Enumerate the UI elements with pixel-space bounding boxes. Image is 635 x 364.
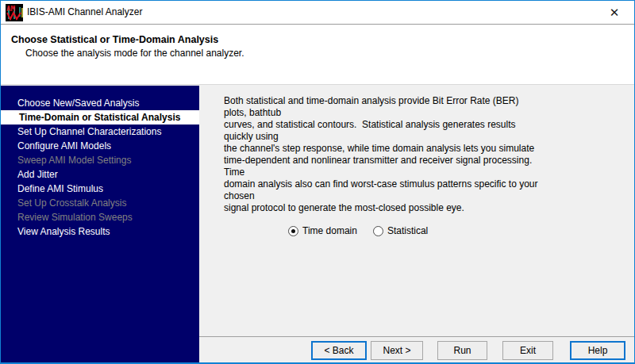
- radio-label-statistical: Statistical: [387, 225, 428, 236]
- analysis-description: Both statistical and time-domain analysi…: [224, 95, 541, 214]
- footer-button-bar: < Back Next > Run Exit Help: [199, 336, 634, 362]
- wizard-steps-sidebar: Choose New/Saved Analysis Time-Domain or…: [1, 86, 199, 362]
- ibis-ami-app-icon: AM: [6, 4, 23, 21]
- run-button[interactable]: Run: [437, 341, 487, 360]
- wizard-header: Choose Statistical or Time-Domain Analys…: [1, 25, 634, 85]
- sidebar-item-add-jitter[interactable]: Add Jitter: [1, 167, 199, 182]
- help-button[interactable]: Help: [570, 341, 625, 360]
- wizard-step-list: Choose New/Saved Analysis Time-Domain or…: [1, 86, 199, 239]
- analysis-mode-radio-group: Time domain Statistical: [288, 225, 444, 236]
- close-icon: ✕: [610, 6, 620, 20]
- exit-button[interactable]: Exit: [502, 341, 553, 360]
- channel-analyzer-window: AM IBIS-AMI Channel Analyzer ✕ Choose St…: [0, 0, 635, 364]
- sidebar-item-view-analysis-results[interactable]: View Analysis Results: [1, 224, 199, 239]
- page-title: Choose Statistical or Time-Domain Analys…: [11, 34, 218, 45]
- sidebar-item-sweep-ami-model-settings: Sweep AMI Model Settings: [1, 153, 199, 167]
- window-title: IBIS-AMI Channel Analyzer: [27, 1, 142, 24]
- sidebar-item-configure-ami-models[interactable]: Configure AMI Models: [1, 139, 199, 153]
- next-button[interactable]: Next >: [371, 341, 423, 360]
- sidebar-item-time-domain-or-statistical-analysis[interactable]: Time-Domain or Statistical Analysis: [1, 110, 199, 125]
- radio-button-time-domain-icon: [288, 226, 298, 236]
- sidebar-item-set-up-crosstalk-analysis: Set Up Crosstalk Analysis: [1, 196, 199, 210]
- radio-option-statistical[interactable]: Statistical: [373, 225, 428, 236]
- sidebar-item-review-simulation-sweeps: Review Simulation Sweeps: [1, 210, 199, 224]
- radio-button-statistical-icon: [373, 226, 383, 236]
- radio-option-time-domain[interactable]: Time domain: [288, 225, 357, 236]
- page-subtitle: Choose the analysis mode for the channel…: [25, 48, 244, 59]
- close-button[interactable]: ✕: [598, 1, 631, 24]
- titlebar: AM IBIS-AMI Channel Analyzer ✕: [1, 1, 634, 25]
- sidebar-item-set-up-channel-characterizations[interactable]: Set Up Channel Characterizations: [1, 125, 199, 139]
- sidebar-item-define-ami-stimulus[interactable]: Define AMI Stimulus: [1, 182, 199, 196]
- back-button[interactable]: < Back: [311, 341, 367, 360]
- content-pane: Both statistical and time-domain analysi…: [199, 86, 634, 336]
- svg-text:AM: AM: [6, 5, 15, 13]
- sidebar-item-choose-new-saved-analysis[interactable]: Choose New/Saved Analysis: [1, 96, 199, 110]
- radio-label-time-domain: Time domain: [302, 225, 357, 236]
